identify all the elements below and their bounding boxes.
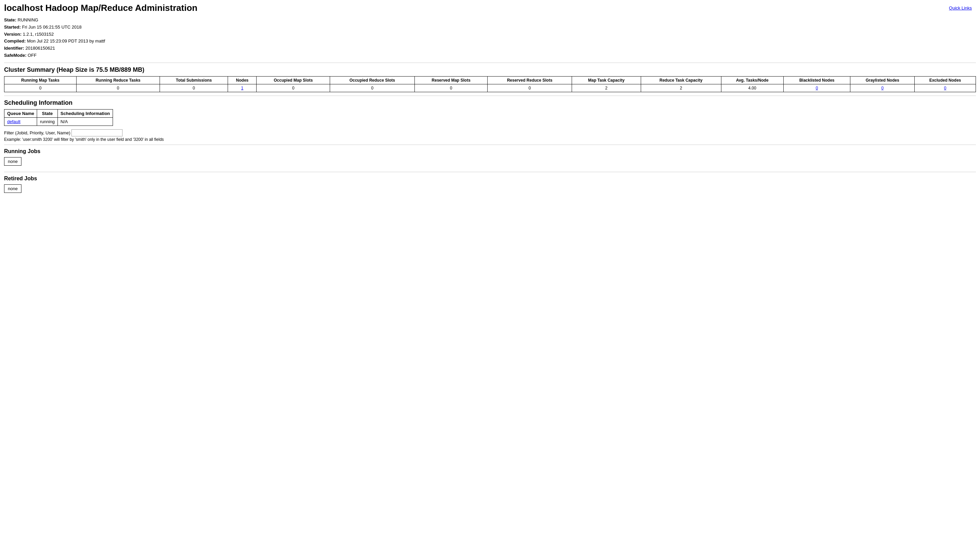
cell-avg-tasks-node: 4.00	[721, 84, 783, 92]
cluster-table-header-row: Running Map Tasks Running Reduce Tasks T…	[5, 76, 976, 84]
cell-total-submissions: 0	[159, 84, 228, 92]
divider-3	[4, 145, 976, 145]
cell-nodes[interactable]: 1	[228, 84, 256, 92]
scheduling-info-title: Scheduling Information	[4, 99, 976, 107]
meta-info-section: State: RUNNING Started: Fri Jun 15 06:21…	[4, 17, 976, 59]
compiled-label: Compiled:	[4, 38, 26, 43]
cluster-summary-table: Running Map Tasks Running Reduce Tasks T…	[4, 76, 976, 92]
state-value: RUNNING	[18, 17, 38, 22]
filter-section: Filter (Jobid, Priority, User, Name) Exa…	[4, 129, 976, 142]
cell-excluded-nodes[interactable]: 0	[915, 84, 976, 92]
scheduling-data-row: default running N/A	[5, 118, 113, 126]
graylisted-nodes-link[interactable]: 0	[881, 86, 884, 91]
scheduling-table: Queue Name State Scheduling Information …	[4, 109, 113, 126]
started-label: Started:	[4, 24, 21, 30]
cell-graylisted-nodes[interactable]: 0	[850, 84, 915, 92]
col-scheduling-information: Scheduling Information	[57, 109, 113, 118]
version-value: 1.2.1, r1503152	[23, 32, 54, 37]
col-running-map-tasks: Running Map Tasks	[5, 76, 76, 84]
cell-occupied-reduce-slots: 0	[330, 84, 415, 92]
retired-jobs-none: none	[4, 184, 21, 193]
cluster-summary-title: Cluster Summary (Heap Size is 75.5 MB/88…	[4, 66, 976, 73]
safemode-value: OFF	[27, 53, 37, 58]
col-total-submissions: Total Submissions	[159, 76, 228, 84]
state-label: State:	[4, 17, 16, 22]
col-occupied-map-slots: Occupied Map Slots	[256, 76, 330, 84]
col-occupied-reduce-slots: Occupied Reduce Slots	[330, 76, 415, 84]
page-title: localhost Hadoop Map/Reduce Administrati…	[4, 3, 976, 13]
cell-map-task-capacity: 2	[572, 84, 641, 92]
retired-jobs-title: Retired Jobs	[4, 175, 976, 182]
col-state: State	[37, 109, 57, 118]
cell-blacklisted-nodes[interactable]: 0	[783, 84, 850, 92]
excluded-nodes-link[interactable]: 0	[944, 86, 946, 91]
col-map-task-capacity: Map Task Capacity	[572, 76, 641, 84]
col-graylisted-nodes: Graylisted Nodes	[850, 76, 915, 84]
blacklisted-nodes-link[interactable]: 0	[816, 86, 818, 91]
nodes-link[interactable]: 1	[241, 86, 243, 91]
running-jobs-title: Running Jobs	[4, 148, 976, 154]
cell-reduce-task-capacity: 2	[641, 84, 721, 92]
filter-label: Filter (Jobid, Priority, User, Name)	[4, 130, 70, 135]
started-value: Fri Jun 15 06:21:55 UTC 2018	[22, 24, 82, 30]
identifier-label: Identifier:	[4, 46, 24, 51]
cell-occupied-map-slots: 0	[256, 84, 330, 92]
filter-input[interactable]	[72, 129, 123, 137]
cell-running-map-tasks: 0	[5, 84, 76, 92]
col-avg-tasks-node: Avg. Tasks/Node	[721, 76, 783, 84]
queue-default-link[interactable]: default	[7, 119, 21, 124]
col-reserved-reduce-slots: Reserved Reduce Slots	[488, 76, 572, 84]
version-label: Version:	[4, 32, 21, 37]
cell-queue-state: running	[37, 118, 57, 126]
cell-reserved-reduce-slots: 0	[488, 84, 572, 92]
cell-reserved-map-slots: 0	[414, 84, 488, 92]
col-reduce-task-capacity: Reduce Task Capacity	[641, 76, 721, 84]
cluster-table-data-row: 0 0 0 1 0 0 0 0 2 2 4.00 0 0 0	[5, 84, 976, 92]
cell-queue-name[interactable]: default	[5, 118, 37, 126]
divider-4	[4, 172, 976, 172]
col-running-reduce-tasks: Running Reduce Tasks	[76, 76, 160, 84]
running-jobs-none: none	[4, 157, 21, 166]
col-blacklisted-nodes: Blacklisted Nodes	[783, 76, 850, 84]
identifier-value: 201806150621	[25, 46, 55, 51]
divider-2	[4, 95, 976, 96]
scheduling-header-row: Queue Name State Scheduling Information	[5, 109, 113, 118]
col-reserved-map-slots: Reserved Map Slots	[414, 76, 488, 84]
col-excluded-nodes: Excluded Nodes	[915, 76, 976, 84]
safemode-label: SafeMode:	[4, 53, 27, 58]
col-queue-name: Queue Name	[5, 109, 37, 118]
col-nodes: Nodes	[228, 76, 256, 84]
cell-running-reduce-tasks: 0	[76, 84, 160, 92]
cell-scheduling-info: N/A	[57, 118, 113, 126]
quick-links-link[interactable]: Quick Links	[949, 5, 972, 11]
compiled-value: Mon Jul 22 15:23:09 PDT 2013 by mattf	[27, 38, 105, 43]
filter-hint: Example: 'user:smith 3200' will filter b…	[4, 137, 976, 142]
